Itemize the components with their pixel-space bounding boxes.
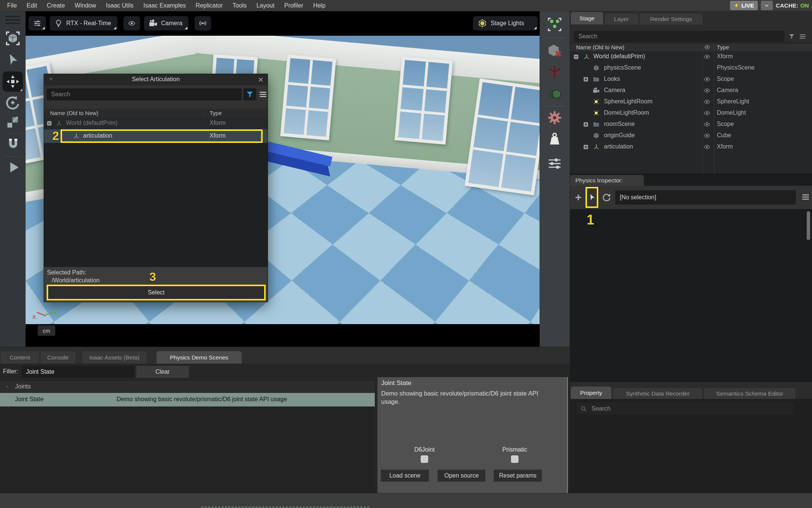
stage-row-looks[interactable]: Looks Scope	[570, 74, 812, 85]
physics-settings-gear-icon[interactable]	[547, 110, 563, 126]
eye-icon[interactable]	[704, 99, 710, 105]
stage-row-physicsscene[interactable]: physicsScene PhysicsScene	[570, 62, 812, 74]
menu-isaac-examples[interactable]: Isaac Examples	[138, 0, 191, 11]
viewport-settings-button[interactable]	[29, 16, 46, 30]
close-icon[interactable]	[258, 77, 264, 83]
menu-window[interactable]: Window	[70, 0, 101, 11]
expand-icon[interactable]	[583, 144, 589, 150]
cube-icon	[593, 64, 600, 71]
rotate-tool[interactable]	[5, 95, 21, 111]
expand-icon[interactable]	[583, 76, 589, 82]
stage-filter-icon[interactable]	[788, 33, 795, 40]
window-2	[280, 55, 336, 141]
live-dropdown-button[interactable]	[761, 1, 773, 10]
inspector-options-icon[interactable]	[801, 193, 810, 202]
eye-icon[interactable]	[704, 121, 710, 128]
expand-icon[interactable]	[583, 121, 589, 127]
clear-button[interactable]: Clear	[136, 366, 189, 378]
move-tool-active[interactable]	[3, 71, 23, 92]
menu-profiler[interactable]: Profiler	[279, 0, 308, 11]
physics-authoring-icon[interactable]	[546, 16, 563, 33]
dialog-row-world[interactable]: World (defaultPrim) Xform	[44, 117, 268, 129]
toolbar-menu-icon[interactable]	[5, 16, 20, 26]
tab-property[interactable]: Property	[571, 387, 611, 399]
visibility-button[interactable]	[123, 16, 140, 30]
camera-button[interactable]: Camera	[144, 16, 189, 30]
disable-simulation-icon[interactable]	[547, 43, 563, 59]
eye-icon[interactable]	[704, 53, 710, 60]
d6joint-checkbox[interactable]	[421, 455, 428, 463]
menu-create[interactable]: Create	[42, 0, 70, 11]
selection-mode-tool[interactable]	[5, 30, 21, 47]
load-scene-button[interactable]: Load scene	[381, 470, 429, 482]
pick-cursor-icon[interactable]	[588, 193, 596, 202]
tab-isaac-assets[interactable]: Isaac Assets (Beta)	[82, 351, 147, 364]
stage-lights-button[interactable]: Stage Lights	[473, 16, 538, 30]
tab-stage[interactable]: Stage	[571, 12, 603, 24]
refresh-icon[interactable]	[602, 193, 611, 202]
tab-console[interactable]: Console	[41, 351, 75, 364]
prismatic-checkbox[interactable]	[511, 455, 519, 463]
menu-edit[interactable]: Edit	[22, 0, 42, 11]
stage-options-icon[interactable]	[799, 33, 806, 40]
stage-row-camera[interactable]: Camera Camera	[570, 85, 812, 96]
live-button[interactable]: LIVE	[730, 1, 757, 10]
tab-semantics-schema-editor[interactable]: Semantics Schema Editor	[704, 388, 795, 399]
scale-tool[interactable]	[6, 115, 20, 129]
stage-row-roomscene[interactable]: roomScene Scope	[570, 119, 812, 130]
tab-synthetic-data-recorder[interactable]: Synthetic Data Recorder	[613, 388, 703, 399]
menu-replicator[interactable]: Replicator	[191, 0, 228, 11]
stage-row-originguide[interactable]: originGuide Cube	[570, 130, 812, 141]
renderer-label: RTX - Real-Time	[66, 20, 111, 27]
folder-icon	[593, 121, 600, 128]
physics-debug-icon[interactable]	[547, 156, 563, 171]
select-tool[interactable]	[6, 53, 20, 67]
menu-tools[interactable]: Tools	[228, 0, 251, 11]
audio-button[interactable]	[195, 16, 211, 30]
dialog-search-input[interactable]	[47, 88, 242, 100]
stage-row-world[interactable]: World (defaultPrim) Xform	[570, 51, 812, 62]
left-toolbar	[0, 11, 26, 347]
selection-dropdown[interactable]: [No selection]	[615, 190, 796, 205]
dialog-title-bar[interactable]: ▼ Select Articulation	[44, 74, 268, 86]
play-button[interactable]	[6, 160, 21, 174]
stage-search-input[interactable]	[574, 31, 785, 42]
snap-tool[interactable]	[6, 137, 21, 152]
tab-render-settings[interactable]: Render Settings	[640, 14, 703, 24]
collapse-icon[interactable]	[46, 120, 52, 126]
select-button[interactable]: Select	[48, 286, 264, 299]
property-search-input[interactable]	[576, 402, 794, 415]
collapse-icon[interactable]	[573, 54, 579, 60]
stage-row-articulation[interactable]: articulation Xform	[570, 141, 812, 153]
mass-properties-icon[interactable]	[547, 132, 563, 147]
dialog-filter-button[interactable]	[243, 88, 256, 100]
physics-material-icon[interactable]	[547, 86, 563, 102]
menu-isaac-utils[interactable]: Isaac Utils	[101, 0, 138, 11]
reset-params-button[interactable]: Reset params	[494, 470, 542, 482]
eye-icon[interactable]	[704, 76, 710, 83]
stage-row-spherelightroom[interactable]: SphereLightRoom SphereLight	[570, 96, 812, 108]
scrollbar-thumb[interactable]	[807, 211, 810, 240]
collider-cube-icon[interactable]	[547, 64, 563, 80]
tab-physics-demo-scenes[interactable]: Physics Demo Scenes	[157, 351, 242, 364]
stage-row-domelightroom[interactable]: DomeLightRoom DomeLight	[570, 108, 812, 119]
menu-layout[interactable]: Layout	[251, 0, 279, 11]
joints-group-header[interactable]: - Joints	[0, 381, 375, 393]
eye-icon[interactable]	[704, 144, 710, 150]
renderer-button[interactable]: RTX - Real-Time	[50, 16, 117, 30]
open-source-button[interactable]: Open source	[438, 470, 485, 482]
tab-content[interactable]: Content	[1, 351, 39, 364]
unit-button[interactable]: cm	[38, 325, 55, 336]
eye-icon[interactable]	[704, 87, 710, 94]
dialog-options-icon[interactable]	[259, 90, 268, 99]
menu-help[interactable]: Help	[308, 0, 330, 11]
menu-file[interactable]: File	[2, 0, 22, 11]
eye-icon[interactable]	[704, 132, 710, 139]
tab-layer[interactable]: Layer	[605, 14, 638, 24]
select-articulation-dialog[interactable]: ▼ Select Articulation Name (Old to New) …	[44, 74, 268, 302]
demo-row-joint-state[interactable]: Joint State Demo showing basic revolute/…	[0, 393, 375, 406]
eye-icon[interactable]	[704, 110, 710, 117]
add-icon[interactable]	[574, 193, 583, 202]
axis-y-label: Y	[56, 312, 60, 318]
filter-input[interactable]	[21, 366, 134, 378]
